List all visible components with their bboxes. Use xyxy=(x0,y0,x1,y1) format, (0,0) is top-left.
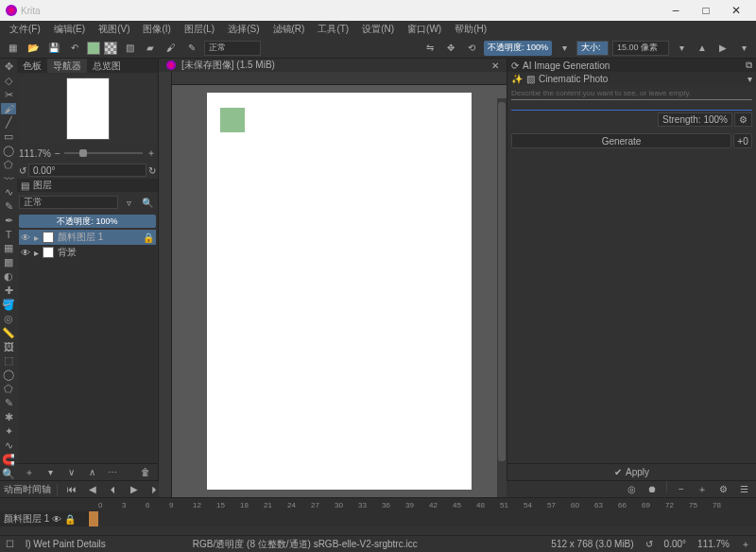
zoom-in-icon[interactable]: ＋ xyxy=(146,147,156,160)
maximize-button[interactable]: □ xyxy=(692,2,720,19)
menu-help[interactable]: 帮助(H) xyxy=(449,21,492,38)
zoom-tool[interactable]: 🔍 xyxy=(1,468,16,480)
smart-patch-tool[interactable]: ✚ xyxy=(1,285,16,297)
blend-mode-combo[interactable]: 正常 xyxy=(204,41,261,56)
crop-tool[interactable]: ✂ xyxy=(1,89,16,101)
play-icon[interactable]: ▶ xyxy=(126,481,143,498)
zoom-in-tl-icon[interactable]: ＋ xyxy=(694,481,711,498)
workflow-name[interactable]: Cinematic Photo xyxy=(539,74,608,84)
auto-key-icon[interactable]: ⏺ xyxy=(644,481,661,498)
select-poly-tool[interactable]: ⬠ xyxy=(1,383,16,395)
rotate-right-icon[interactable]: ↻ xyxy=(148,165,156,176)
lock-icon[interactable]: 🔒 xyxy=(143,233,154,243)
eraser-mode-icon[interactable]: ✎ xyxy=(183,40,200,57)
workspace-icon[interactable]: ▾ xyxy=(735,40,752,57)
delete-layer-icon[interactable]: 🗑 xyxy=(137,464,154,481)
undo-icon[interactable]: ↶ xyxy=(66,40,83,57)
expand-icon[interactable]: ▸ xyxy=(34,248,39,258)
select-bezier-tool[interactable]: ∿ xyxy=(1,440,16,452)
colorize-tool[interactable]: ◐ xyxy=(1,270,16,283)
transform-tool[interactable]: ◇ xyxy=(1,75,16,87)
layer-opacity-field[interactable]: 不透明度: 100% xyxy=(19,215,156,228)
assist-tool[interactable]: ◎ xyxy=(1,313,16,325)
canvas-page[interactable] xyxy=(207,93,472,490)
mirror-v-icon[interactable]: ✥ xyxy=(442,40,459,57)
scrollbar-vertical[interactable] xyxy=(497,98,507,497)
move-up-icon[interactable]: ∧ xyxy=(83,464,100,481)
bezier-tool[interactable]: ∿ xyxy=(1,186,16,198)
rotate-left-icon[interactable]: ↺ xyxy=(19,165,26,176)
workflow-dropdown-icon[interactable]: ▾ xyxy=(747,74,752,84)
select-rect-tool[interactable]: ⬚ xyxy=(1,354,16,367)
tab-palette[interactable]: 色板 xyxy=(17,59,47,73)
rotate-status-icon[interactable]: ↺ xyxy=(645,539,653,549)
layer-item[interactable]: 👁 ▸ 颜料图层 1 🔒 xyxy=(19,230,156,245)
zoom-status-in-icon[interactable]: ＋ xyxy=(741,538,750,551)
pattern-tool[interactable]: ▩ xyxy=(1,256,16,268)
brush-opacity-field[interactable]: 不透明度: 100% xyxy=(484,41,552,56)
prev-frame-icon[interactable]: ⏴ xyxy=(105,481,122,498)
workflow-icon[interactable]: ✨ xyxy=(511,74,523,84)
ref-tool[interactable]: 🖼 xyxy=(1,341,16,353)
add-layer-icon[interactable]: ＋ xyxy=(21,464,38,481)
select-ellipse-tool[interactable]: ◯ xyxy=(1,369,16,381)
bg-color-swatch[interactable] xyxy=(104,42,117,55)
close-tab-icon[interactable]: ✕ xyxy=(491,60,499,71)
measure-tool[interactable]: 📏 xyxy=(1,327,16,339)
gradient-tool[interactable]: ▦ xyxy=(1,242,16,254)
zoom-status[interactable]: 111.7% xyxy=(697,539,730,549)
move-down-icon[interactable]: ∨ xyxy=(62,464,79,481)
polygon-tool[interactable]: ⬠ xyxy=(1,159,16,171)
tl-settings-icon[interactable]: ⚙ xyxy=(714,481,731,498)
no-select-icon[interactable]: ☐ xyxy=(6,539,14,549)
visibility-icon[interactable]: 👁 xyxy=(21,233,30,243)
detach-icon[interactable]: ⧉ xyxy=(746,60,752,71)
apply-button[interactable]: Apply xyxy=(626,467,649,477)
zoom-out-icon[interactable]: − xyxy=(55,148,60,159)
prompt-input[interactable]: Describe the content you want to see, or… xyxy=(511,87,752,100)
workspace-config-icon[interactable]: ▧ xyxy=(526,74,535,84)
menu-tools[interactable]: 工具(T) xyxy=(312,21,354,38)
hmirror-icon[interactable]: ▲ xyxy=(694,40,711,57)
lock-track-icon[interactable]: 🔒 xyxy=(64,514,76,525)
expand-icon[interactable]: ▸ xyxy=(34,233,39,243)
zoom-slider[interactable] xyxy=(64,152,143,154)
rotation-field[interactable]: 0.00° xyxy=(28,164,146,177)
rect-tool[interactable]: ▭ xyxy=(1,130,16,143)
generate-button[interactable]: Generate xyxy=(511,133,731,148)
save-icon[interactable]: 💾 xyxy=(45,40,62,57)
size-options-icon[interactable]: ▾ xyxy=(673,40,690,57)
tab-navigator[interactable]: 导航器 xyxy=(47,59,87,73)
select-similar-tool[interactable]: ✱ xyxy=(1,411,16,423)
minimize-button[interactable]: – xyxy=(662,2,690,19)
layers-collapse-icon[interactable]: ▤ xyxy=(21,181,29,191)
onion-skin-icon[interactable]: 👁 xyxy=(52,514,61,525)
select-free-tool[interactable]: ✎ xyxy=(1,397,16,409)
menu-layer[interactable]: 图层(L) xyxy=(179,21,220,38)
menu-image[interactable]: 图像(I) xyxy=(137,21,176,38)
navigator-preview[interactable] xyxy=(19,75,156,143)
brush-tool[interactable]: 🖌 xyxy=(1,103,16,114)
timeline-ruler[interactable]: 0369121518212427303336394245485154576063… xyxy=(0,498,756,511)
mirror-h-icon[interactable]: ⇋ xyxy=(421,40,438,57)
fg-color-swatch[interactable] xyxy=(87,42,100,55)
tab-overview[interactable]: 总览图 xyxy=(87,59,127,73)
track-layer-name[interactable]: 颜料图层 1 xyxy=(4,512,49,526)
move-tool[interactable]: ✥ xyxy=(1,60,16,73)
pattern-icon[interactable]: ▨ xyxy=(121,40,138,57)
gradient-icon[interactable]: ▰ xyxy=(142,40,159,57)
prev-key-icon[interactable]: ◀ xyxy=(84,481,101,498)
queue-count[interactable]: +0 xyxy=(733,133,752,148)
go-start-icon[interactable]: ⏮ xyxy=(63,481,80,498)
menu-settings[interactable]: 设置(N) xyxy=(356,21,400,38)
layers-tab[interactable]: 图层 xyxy=(33,179,52,192)
menu-window[interactable]: 窗口(W) xyxy=(402,21,447,38)
close-button[interactable]: ✕ xyxy=(722,2,750,19)
ai-collapse-icon[interactable]: ⟳ xyxy=(511,60,519,71)
tl-menu-icon[interactable]: ☰ xyxy=(735,481,752,498)
opacity-options-icon[interactable]: ▾ xyxy=(556,40,573,57)
vmirror-icon[interactable]: ▶ xyxy=(714,40,731,57)
layer-blend-combo[interactable]: 正常 xyxy=(19,196,118,209)
timeline-frames[interactable] xyxy=(89,511,756,526)
zoom-out-tl-icon[interactable]: − xyxy=(673,481,690,498)
